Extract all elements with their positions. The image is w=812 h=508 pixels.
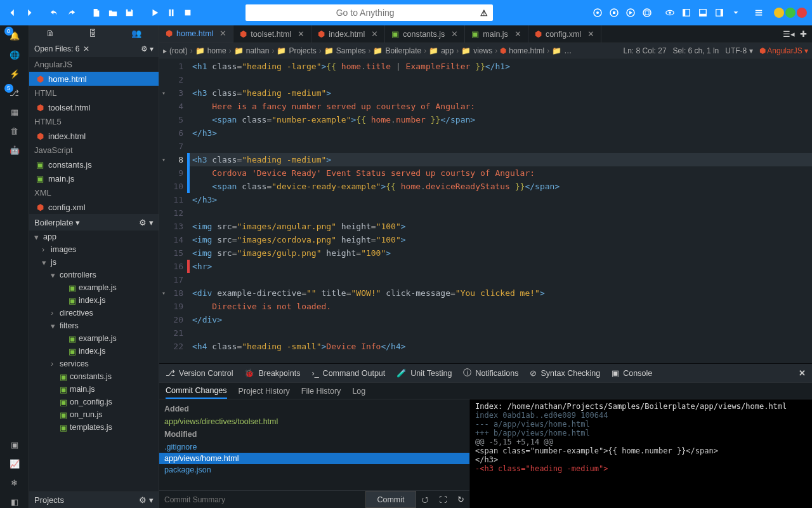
extension-icon[interactable]: ◧ <box>8 495 21 508</box>
play-button[interactable] <box>147 5 162 20</box>
panel-tab[interactable]: ›_Command Output <box>311 369 385 378</box>
tree-row[interactable]: ▾js <box>29 256 159 269</box>
changed-file[interactable]: .gitignore <box>159 441 469 453</box>
encoding-label[interactable]: UTF-8 ▾ <box>725 46 752 55</box>
panel-tab[interactable]: 🧪Unit Testing <box>396 368 452 378</box>
window-close-button[interactable] <box>797 8 807 18</box>
tree-row[interactable]: ▣index.js <box>29 345 159 358</box>
tree-row[interactable]: ▣on_run.js <box>29 408 159 421</box>
project-name[interactable]: Boilerplate <box>34 218 73 227</box>
changed-file[interactable]: package.json <box>159 464 469 476</box>
open-files-gear-icon[interactable]: ⚙ ▾ <box>141 44 154 53</box>
open-file-item[interactable]: ⬢config.xml <box>29 200 159 214</box>
expand-button[interactable]: ⛶ <box>434 491 452 508</box>
panel-tab[interactable]: ⎇Version Control <box>166 368 233 378</box>
undo-button[interactable] <box>47 5 62 20</box>
nav-forward-button[interactable] <box>22 5 37 20</box>
open-file-item[interactable]: ⬢home.html <box>29 72 159 86</box>
menu-button[interactable] <box>751 5 766 20</box>
layout-bottom-button[interactable] <box>695 5 710 20</box>
panel-subtab[interactable]: Log <box>352 383 365 399</box>
record-macro-button[interactable] <box>590 5 605 20</box>
projects-label[interactable]: Projects <box>34 495 64 505</box>
breadcrumb-item[interactable]: ▸(root) <box>163 46 188 55</box>
panel-tab[interactable]: ▣Console <box>612 368 652 378</box>
panel-subtab[interactable]: Project History <box>239 383 290 399</box>
tree-row[interactable]: ›directives <box>29 307 159 319</box>
close-open-files-button[interactable]: ✕ <box>83 44 89 53</box>
editor-tab[interactable]: ▣main.js✕ <box>465 25 528 43</box>
tree-row[interactable]: ▣index.js <box>29 294 159 307</box>
bolt-icon[interactable]: ⚡ <box>8 67 21 80</box>
breadcrumb-item[interactable]: 📁home <box>195 46 226 55</box>
tab-close-icon[interactable]: ✕ <box>371 29 378 39</box>
tablist-icon[interactable]: ☰◂ <box>783 29 795 39</box>
focus-mode-button[interactable] <box>662 5 678 20</box>
refresh-button[interactable]: ↻ <box>452 491 469 508</box>
fold-icon[interactable]: ▾ <box>162 86 166 100</box>
open-file-item[interactable]: ⬢toolset.html <box>29 100 159 114</box>
breadcrumb-item[interactable]: 📁views <box>461 46 492 55</box>
tree-row[interactable]: ›services <box>29 358 159 370</box>
breadcrumb-item[interactable]: 📁app <box>429 46 454 55</box>
breadcrumb-item[interactable]: ⬢home.html <box>500 46 544 55</box>
trash-icon[interactable]: 🗑 <box>8 124 21 137</box>
editor-tab[interactable]: ⬢config.xml✕ <box>528 25 601 43</box>
diff-view[interactable]: Index: /home/nathan/Projects/Samples/Boi… <box>470 399 812 508</box>
layout-right-button[interactable] <box>712 5 727 20</box>
open-file-button[interactable] <box>105 5 121 20</box>
panel-subtab[interactable]: Commit Changes <box>166 383 227 399</box>
tree-row[interactable]: ▾controllers <box>29 269 159 281</box>
window-maximize-button[interactable] <box>785 8 796 18</box>
snowflake-icon[interactable]: ❄ <box>8 476 21 489</box>
new-tab-icon[interactable]: ✚ <box>800 29 807 39</box>
project-gear-icon[interactable]: ⚙ ▾ <box>139 218 154 227</box>
layout-left-button[interactable] <box>679 5 694 20</box>
sidebar-tab-files-icon[interactable]: 🗎 <box>46 29 55 38</box>
panel-tab[interactable]: ⓘNotifications <box>463 368 518 378</box>
sidebar-tab-db-icon[interactable]: 🗄 <box>89 29 97 38</box>
tree-row[interactable]: ▣main.js <box>29 383 159 396</box>
stop-macro-button[interactable] <box>606 5 622 20</box>
layout-dropdown[interactable] <box>728 5 743 20</box>
notifications-icon[interactable]: 0🔔 <box>8 29 21 42</box>
fold-icon[interactable]: ▾ <box>162 153 166 166</box>
amend-button[interactable]: ⭯ <box>416 491 434 508</box>
save-button[interactable] <box>122 5 137 20</box>
open-file-item[interactable]: ⬢index.html <box>29 129 159 143</box>
terminal-icon[interactable]: ▣ <box>8 438 21 451</box>
pause-button[interactable] <box>164 5 179 20</box>
chart-icon[interactable]: 📈 <box>8 457 21 470</box>
new-file-button[interactable] <box>89 5 104 20</box>
goto-anything-input[interactable] <box>251 8 480 18</box>
globe-icon[interactable]: 🌐 <box>8 48 21 61</box>
open-file-item[interactable]: ▣constants.js <box>29 157 159 171</box>
tree-row[interactable]: ▣example.js <box>29 332 159 345</box>
breadcrumb-item[interactable]: 📁… <box>552 46 572 55</box>
panel-tab[interactable]: ⊘Syntax Checking <box>530 368 600 378</box>
commit-button[interactable]: Commit <box>365 491 416 508</box>
tree-row[interactable]: ▣example.js <box>29 281 159 294</box>
tree-row[interactable]: ▾filters <box>29 319 159 332</box>
projects-gear-icon[interactable]: ⚙ ▾ <box>139 495 154 505</box>
breadcrumb-item[interactable]: 📁Samples <box>324 46 366 55</box>
editor-tab[interactable]: ⬢home.html✕ <box>159 25 233 43</box>
tree-row[interactable]: ▾app <box>29 231 159 243</box>
editor-tab[interactable]: ▣constants.js✕ <box>385 25 465 43</box>
panel-close-icon[interactable]: ✕ <box>799 368 806 378</box>
tree-row[interactable]: ▣on_config.js <box>29 396 159 408</box>
breadcrumb-item[interactable]: 📁Boilerplate <box>373 46 421 55</box>
save-macro-button[interactable] <box>639 5 655 20</box>
tree-row[interactable]: ▣constants.js <box>29 370 159 383</box>
fold-icon[interactable]: ▾ <box>162 286 166 300</box>
sidebar-tab-collab-icon[interactable]: 👥 <box>131 29 141 38</box>
open-file-item[interactable]: ▣main.js <box>29 171 159 185</box>
editor-tab[interactable]: ⬢index.html✕ <box>311 25 385 43</box>
robot-icon[interactable]: 🤖 <box>8 144 21 156</box>
play-macro-button[interactable] <box>623 5 638 20</box>
tree-row[interactable]: ›images <box>29 243 159 256</box>
tab-close-icon[interactable]: ✕ <box>219 29 226 38</box>
window-minimize-button[interactable] <box>774 8 784 18</box>
stop-button[interactable] <box>180 5 195 20</box>
panel-subtab[interactable]: File History <box>301 383 341 399</box>
